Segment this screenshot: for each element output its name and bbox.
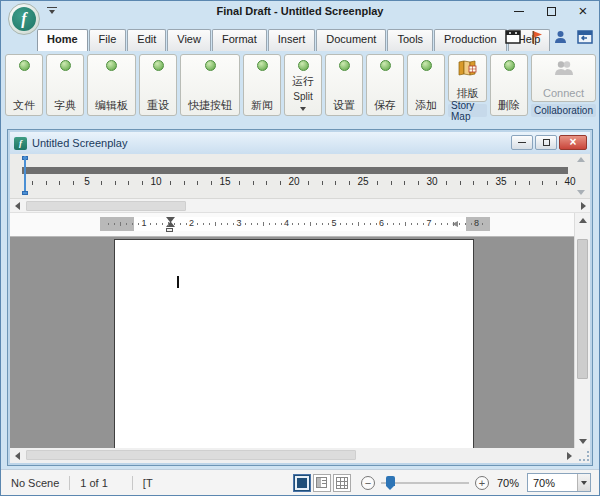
delete-label: 删除 bbox=[498, 99, 520, 111]
document-restore-button[interactable] bbox=[535, 135, 557, 150]
ribbon-group-run-split: 运行Split bbox=[284, 54, 322, 119]
title-bar: f Final Draft - Untitled Screenplay × bbox=[1, 1, 599, 25]
scroll-down-icon[interactable] bbox=[575, 434, 590, 448]
collaboration-people-icon bbox=[552, 60, 576, 78]
scrollbar-thumb[interactable] bbox=[577, 239, 588, 379]
scrollbar-thumb[interactable] bbox=[26, 450, 356, 460]
dictionary-button[interactable]: 字典 bbox=[46, 54, 84, 116]
settings-label: 设置 bbox=[333, 99, 355, 111]
minimize-button[interactable] bbox=[511, 4, 527, 18]
dropdown-arrow-icon[interactable] bbox=[577, 474, 590, 491]
connect-button[interactable]: Connect bbox=[531, 54, 596, 102]
zoom-slider[interactable] bbox=[381, 476, 469, 490]
indent-marker[interactable] bbox=[166, 217, 175, 239]
page-ruler-label: 4 bbox=[284, 218, 289, 228]
tab-tools[interactable]: Tools bbox=[387, 29, 433, 51]
scroll-up-icon[interactable] bbox=[575, 213, 590, 227]
tab-edit[interactable]: Edit bbox=[127, 29, 166, 51]
tab-home[interactable]: Home bbox=[37, 29, 88, 51]
timeline-ruler[interactable]: 510152025303540 bbox=[10, 154, 590, 199]
document-minimize-button[interactable] bbox=[511, 135, 533, 150]
scrollbar-thumb[interactable] bbox=[26, 201, 186, 211]
page-ruler-label: 6 bbox=[379, 218, 384, 228]
close-icon: × bbox=[579, 6, 588, 16]
news-button[interactable]: 新闻 bbox=[243, 54, 281, 116]
vertical-scrollbar[interactable] bbox=[574, 213, 590, 448]
zoom-dropdown[interactable]: 70% bbox=[527, 473, 591, 492]
ribbon-group-connect: ConnectCollaboration bbox=[531, 54, 596, 119]
zoom-percentage: 70% bbox=[497, 477, 519, 489]
scroll-right-icon[interactable] bbox=[576, 199, 590, 212]
timeline-tick-label: 5 bbox=[84, 176, 90, 187]
run-split-sublabel: Split bbox=[293, 92, 312, 102]
document-title-bar[interactable]: f Untitled Screenplay × bbox=[10, 132, 590, 154]
window-title: Final Draft - Untitled Screenplay bbox=[1, 5, 599, 17]
normal-view-button[interactable] bbox=[293, 474, 311, 492]
scroll-left-icon[interactable] bbox=[10, 448, 24, 463]
delete-button[interactable]: 删除 bbox=[490, 54, 528, 116]
green-dot-icon bbox=[205, 60, 216, 71]
collapse-panel-icon[interactable] bbox=[576, 29, 593, 45]
tab-production[interactable]: Production bbox=[434, 29, 507, 51]
page-view-button[interactable] bbox=[313, 474, 331, 492]
run-split-button[interactable]: 运行Split bbox=[284, 54, 322, 116]
view-mode-buttons bbox=[293, 474, 351, 492]
minimize-icon bbox=[514, 11, 524, 12]
timeline-tick-label: 35 bbox=[495, 176, 506, 187]
scene-indicator: No Scene bbox=[11, 477, 59, 489]
document-close-button[interactable]: × bbox=[559, 135, 587, 150]
screenplay-page[interactable] bbox=[114, 239, 474, 448]
maximize-button[interactable] bbox=[543, 4, 559, 18]
document-horizontal-scrollbar[interactable] bbox=[10, 448, 590, 463]
reset-button[interactable]: 重设 bbox=[139, 54, 177, 116]
ribbon-group-save: 保存 bbox=[366, 54, 404, 119]
green-dot-icon bbox=[504, 60, 515, 71]
green-dot-icon bbox=[257, 60, 268, 71]
zoom-out-button[interactable]: − bbox=[361, 476, 375, 490]
close-button[interactable]: × bbox=[575, 4, 591, 18]
file-label: 文件 bbox=[13, 99, 35, 111]
ribbon-group-news: 新闻 bbox=[243, 54, 281, 119]
ribbon-group-reset: 重设 bbox=[139, 54, 177, 119]
edit-board-label: 编辑板 bbox=[95, 99, 128, 111]
timeline-tick-label: 30 bbox=[426, 176, 437, 187]
timeline-vertical-scroll[interactable] bbox=[575, 157, 587, 195]
final-draft-logo-icon[interactable]: f bbox=[8, 3, 40, 35]
tab-list: HomeFileEditViewFormatInsertDocumentTool… bbox=[37, 29, 551, 51]
scroll-down-icon[interactable] bbox=[577, 190, 585, 195]
tab-format[interactable]: Format bbox=[212, 29, 267, 51]
page-ruler-label: 1 bbox=[141, 218, 146, 228]
ribbon-group-file: 文件 bbox=[5, 54, 43, 119]
page-view-icon bbox=[316, 477, 327, 488]
connect-label: Connect bbox=[543, 87, 584, 99]
tab-file[interactable]: File bbox=[89, 29, 127, 51]
timeline-position-marker[interactable] bbox=[22, 156, 28, 195]
file-button[interactable]: 文件 bbox=[5, 54, 43, 116]
resize-grip[interactable] bbox=[579, 451, 589, 461]
dropdown-arrow-icon bbox=[300, 107, 306, 111]
quick-buttons-button[interactable]: 快捷按钮 bbox=[180, 54, 240, 116]
tab-document[interactable]: Document bbox=[316, 29, 386, 51]
add-button[interactable]: 添加 bbox=[407, 54, 445, 116]
timeline-horizontal-scrollbar[interactable] bbox=[10, 199, 590, 213]
tab-insert[interactable]: Insert bbox=[268, 29, 316, 51]
save-button[interactable]: 保存 bbox=[366, 54, 404, 116]
scene-panel-icon[interactable] bbox=[504, 29, 521, 45]
zoom-slider-thumb[interactable] bbox=[386, 476, 395, 486]
scroll-left-icon[interactable] bbox=[10, 199, 24, 212]
grid-view-icon bbox=[336, 477, 348, 489]
tab-view[interactable]: View bbox=[167, 29, 211, 51]
document-icon: f bbox=[14, 137, 27, 150]
user-icon[interactable] bbox=[552, 29, 569, 45]
story-map-label: 排版 bbox=[457, 87, 479, 99]
scroll-right-icon[interactable] bbox=[562, 448, 576, 463]
story-map-button[interactable]: 排版 bbox=[448, 54, 487, 102]
status-bar: No Scene 1 of 1 [T − + 70% 70% bbox=[1, 469, 599, 495]
scroll-up-icon[interactable] bbox=[577, 157, 585, 162]
flag-icon[interactable] bbox=[528, 29, 545, 45]
zoom-in-button[interactable]: + bbox=[475, 476, 489, 490]
settings-button[interactable]: 设置 bbox=[325, 54, 363, 116]
edit-board-button[interactable]: 编辑板 bbox=[87, 54, 136, 116]
ribbon-toolbar: 文件字典编辑板重设快捷按钮新闻运行Split设置保存添加排版Story Map删… bbox=[1, 51, 599, 121]
scene-view-button[interactable] bbox=[333, 474, 351, 492]
